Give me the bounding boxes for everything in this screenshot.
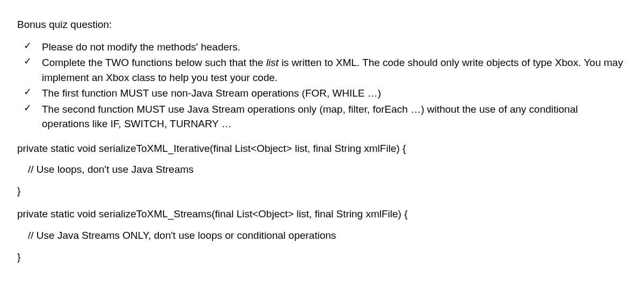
bullet-item-3: ✓ The first function MUST use non-Java S… [24,86,627,101]
italic-variable-list: list [266,57,279,68]
function-1-comment: // Use loops, don't use Java Streams [17,162,627,177]
function-2-signature: private static void serializeToXML_Strea… [17,207,627,222]
heading-text: Bonus quiz question: [17,17,627,32]
checkmark-icon: ✓ [24,86,32,98]
bullet-item-4: ✓ The second function MUST use Java Stre… [24,102,627,131]
function-2-close-brace: } [17,250,627,265]
bullet-text-pre: Complete the TWO functions below such th… [42,57,266,68]
function-1-close-brace: } [17,184,627,199]
checkmark-icon: ✓ [24,102,32,114]
checkmark-icon: ✓ [24,56,32,68]
function-1-signature: private static void serializeToXML_Itera… [17,141,627,156]
document-page: Bonus quiz question: ✓ Please do not mod… [0,0,644,293]
function-2-comment: // Use Java Streams ONLY, don't use loop… [17,228,627,243]
checkmark-icon: ✓ [24,40,32,52]
bullet-text: The second function MUST use Java Stream… [42,104,578,130]
bullet-text: Please do not modify the methods' header… [42,41,240,53]
bullet-item-1: ✓ Please do not modify the methods' head… [24,40,627,55]
checklist: ✓ Please do not modify the methods' head… [17,40,627,131]
bullet-text: The first function MUST use non-Java Str… [42,87,381,99]
bullet-item-2: ✓ Complete the TWO functions below such … [24,55,627,85]
